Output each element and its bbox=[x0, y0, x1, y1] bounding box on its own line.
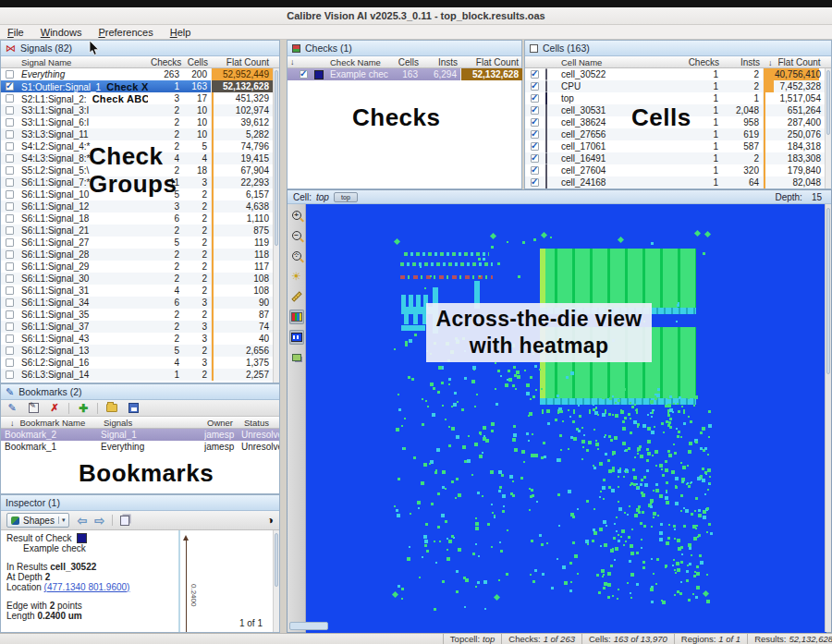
row-checkbox[interactable] bbox=[6, 70, 14, 79]
row-checkbox[interactable] bbox=[6, 82, 14, 91]
col-cells[interactable]: Cells bbox=[183, 57, 211, 67]
bookmark-save-button[interactable] bbox=[126, 402, 141, 415]
table-row[interactable]: S6:L1:Signal_7:*11322,293 bbox=[1, 176, 279, 188]
row-checkbox[interactable] bbox=[6, 274, 14, 283]
table-row[interactable]: S6:L1:Signal_12324,638 bbox=[1, 200, 279, 213]
ruler-button[interactable] bbox=[289, 289, 304, 304]
row-checkbox[interactable] bbox=[531, 166, 539, 175]
table-row[interactable]: S6:L1:Signal_2922117 bbox=[1, 261, 279, 273]
table-row[interactable]: S2:L1:Signal_2:Check ABC317451,329 bbox=[1, 92, 279, 104]
checks-column-header[interactable]: ↓ Check Name Cells Insts Flat Count bbox=[288, 56, 521, 68]
table-row[interactable]: top111,517,054 bbox=[525, 92, 831, 104]
table-row[interactable]: S6:L1:Signal_18621,110 bbox=[1, 213, 279, 225]
table-row[interactable]: S6:L1:Signal_3022108 bbox=[1, 273, 279, 285]
contrast-icon[interactable]: ◑ bbox=[267, 514, 274, 527]
heatmap-button[interactable] bbox=[289, 330, 304, 345]
table-row[interactable]: S3:L1:Signal_6:I21039,612 bbox=[1, 116, 279, 128]
table-row[interactable]: cell_305221240,756,410 bbox=[525, 68, 831, 80]
table-row[interactable]: cell_276561619250,076 bbox=[525, 128, 831, 140]
col-check-cells[interactable]: Cells bbox=[388, 57, 422, 67]
row-checkbox[interactable] bbox=[531, 178, 539, 187]
table-row[interactable]: S6:L1:Signal_2822118 bbox=[1, 249, 279, 261]
bookmark-delete-button[interactable]: ✗ bbox=[47, 402, 62, 415]
row-checkbox[interactable] bbox=[6, 322, 14, 331]
row-checkbox[interactable] bbox=[6, 358, 14, 367]
row-checkbox[interactable] bbox=[6, 142, 14, 151]
inspector-forward-button[interactable]: ⇨ bbox=[94, 514, 104, 528]
table-row[interactable]: CPU127,452,328 bbox=[525, 80, 831, 92]
table-row[interactable]: Example check1636,29452,132,628 bbox=[288, 68, 521, 80]
row-checkbox[interactable] bbox=[6, 371, 14, 379]
table-row[interactable]: cell_276041320179,840 bbox=[525, 164, 831, 176]
row-checkbox[interactable] bbox=[531, 142, 539, 151]
table-row[interactable]: Bookmark_2Signal_1jamespUnresolved bbox=[1, 429, 279, 441]
col-flat-count[interactable]: Flat Count bbox=[211, 57, 272, 67]
row-checkbox[interactable] bbox=[6, 214, 14, 223]
row-checkbox[interactable] bbox=[6, 262, 14, 271]
menu-item-preferences[interactable]: Preferences bbox=[98, 27, 153, 38]
colormap-button[interactable] bbox=[289, 310, 304, 324]
table-row[interactable]: cell_170611587184,318 bbox=[525, 140, 831, 152]
row-checkbox[interactable] bbox=[6, 154, 14, 163]
viewer-horizontal-scrollbar[interactable] bbox=[289, 622, 328, 630]
row-checkbox[interactable] bbox=[6, 106, 14, 115]
signals-scrollbar[interactable] bbox=[273, 68, 279, 383]
row-checkbox[interactable] bbox=[6, 238, 14, 247]
row-checkbox[interactable] bbox=[6, 190, 14, 199]
col-bm-status[interactable]: Status bbox=[241, 418, 279, 428]
col-cell-insts[interactable]: Insts bbox=[722, 57, 763, 67]
table-row[interactable]: S1:Outlier:Signal_1Check XYZ116352,132,6… bbox=[1, 80, 279, 92]
col-checks[interactable]: Checks bbox=[148, 57, 183, 67]
table-row[interactable]: cell_386241958287,400 bbox=[525, 116, 831, 128]
inspector-scrollbar[interactable] bbox=[273, 530, 279, 632]
menu-item-file[interactable]: File bbox=[7, 27, 24, 38]
inspector-back-button[interactable]: ⇦ bbox=[77, 514, 87, 528]
row-checkbox[interactable] bbox=[531, 130, 539, 139]
row-checkbox[interactable] bbox=[6, 346, 14, 355]
table-row[interactable]: S6:L1:Signal_352287 bbox=[1, 309, 279, 321]
checks-panel-header[interactable]: Checks (1) bbox=[288, 41, 521, 56]
col-check-insts[interactable]: Insts bbox=[422, 57, 460, 67]
inspector-panel-header[interactable]: Inspector (1) bbox=[1, 495, 279, 511]
row-checkbox[interactable] bbox=[531, 106, 539, 115]
layout-canvas[interactable]: Across-the-die view with heatmap bbox=[306, 204, 826, 634]
bookmark-edit-button[interactable] bbox=[26, 402, 41, 415]
sort-desc-icon[interactable]: ↓ bbox=[288, 57, 300, 67]
cells-panel-header[interactable]: Cells (163) bbox=[525, 41, 831, 56]
table-row[interactable]: cell_3053112,048651,264 bbox=[525, 104, 831, 116]
cells-scrollbar[interactable] bbox=[825, 68, 831, 188]
layers-button[interactable] bbox=[289, 350, 304, 365]
bookmark-pen-button[interactable]: ✎ bbox=[5, 402, 19, 415]
table-row[interactable]: S6:L3:Signal_14122,257 bbox=[1, 369, 279, 381]
table-row[interactable]: S6:L1:Signal_2752119 bbox=[1, 237, 279, 249]
zoom-in-button[interactable]: + bbox=[289, 208, 304, 223]
row-checkbox[interactable] bbox=[6, 94, 14, 103]
brightness-button[interactable]: ☀ bbox=[289, 269, 304, 284]
bookmark-add-button[interactable]: ✚ bbox=[76, 402, 91, 415]
copy-icon[interactable] bbox=[120, 516, 129, 526]
location-link[interactable]: (477.1340 801.9600) bbox=[44, 582, 130, 592]
col-bm-signals[interactable]: Signals bbox=[101, 418, 204, 428]
row-checkbox[interactable] bbox=[531, 154, 539, 163]
col-bm-owner[interactable]: Owner bbox=[204, 418, 241, 428]
menu-item-windows[interactable]: Windows bbox=[41, 27, 82, 38]
viewer-vertical-scrollbar[interactable] bbox=[825, 204, 831, 632]
row-checkbox[interactable] bbox=[6, 178, 14, 187]
row-checkbox[interactable] bbox=[531, 82, 539, 91]
inspector-mode-select[interactable]: Shapes ▾ bbox=[6, 513, 69, 528]
row-checkbox[interactable] bbox=[300, 70, 308, 79]
table-row[interactable]: S6:L1:Signal_346390 bbox=[1, 297, 279, 309]
row-checkbox[interactable] bbox=[6, 226, 14, 235]
table-row[interactable]: S6:L1:Signal_372374 bbox=[1, 321, 279, 333]
cells-column-header[interactable]: Cell Name Checks Insts ↓Flat Count bbox=[525, 56, 831, 68]
row-checkbox[interactable] bbox=[6, 298, 14, 307]
table-row[interactable]: S3:L1:Signal_3:I210102,974 bbox=[1, 104, 279, 116]
col-cell-checks[interactable]: Checks bbox=[683, 57, 722, 67]
signals-panel-header[interactable]: ⋈ Signals (82) bbox=[1, 41, 279, 56]
row-checkbox[interactable] bbox=[6, 286, 14, 295]
col-check-flat[interactable]: Flat Count bbox=[460, 57, 521, 67]
row-checkbox[interactable] bbox=[531, 94, 539, 103]
row-checkbox[interactable] bbox=[6, 166, 14, 175]
table-row[interactable]: S6:L2:Signal_13522,656 bbox=[1, 345, 279, 357]
table-row[interactable]: S6:L1:Signal_432340 bbox=[1, 333, 279, 345]
